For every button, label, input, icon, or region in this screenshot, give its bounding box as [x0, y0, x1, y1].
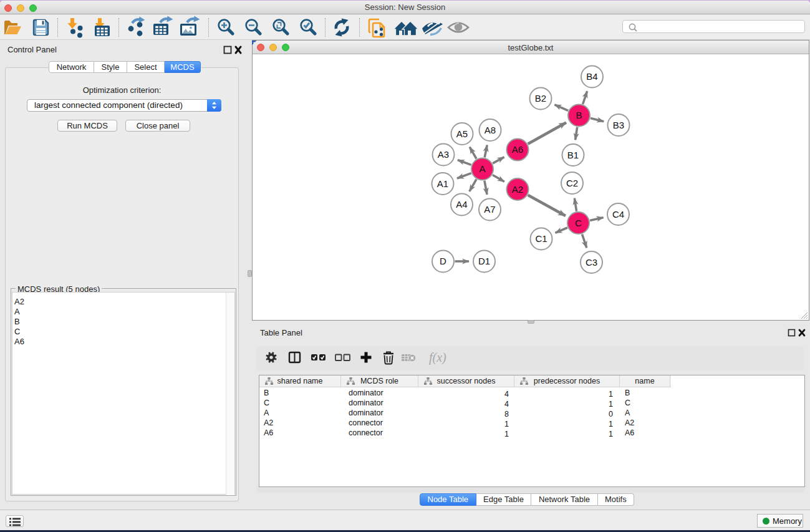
svg-text:A1: A1	[437, 178, 448, 189]
svg-text:A6: A6	[512, 144, 523, 155]
svg-text:f(x): f(x)	[429, 351, 446, 365]
svg-text:C4: C4	[612, 209, 624, 220]
svg-text:D1: D1	[478, 256, 490, 266]
svg-text:A2: A2	[512, 184, 523, 195]
svg-text:C1: C1	[535, 233, 547, 244]
svg-text:C: C	[575, 218, 582, 228]
svg-text:A7: A7	[484, 204, 495, 215]
svg-text:A4: A4	[456, 199, 467, 210]
svg-text:B4: B4	[586, 71, 597, 82]
svg-text:B3: B3	[613, 120, 624, 130]
svg-text:A3: A3	[438, 149, 449, 160]
svg-text:C2: C2	[566, 178, 578, 188]
svg-text:C3: C3	[586, 257, 597, 268]
svg-text:A8: A8	[485, 125, 496, 135]
svg-text:A: A	[479, 163, 485, 174]
svg-text:B1: B1	[567, 150, 579, 160]
svg-text:D: D	[440, 256, 446, 266]
svg-text:A5: A5	[456, 128, 468, 139]
svg-text:B: B	[576, 110, 582, 120]
svg-text:B2: B2	[535, 93, 546, 104]
